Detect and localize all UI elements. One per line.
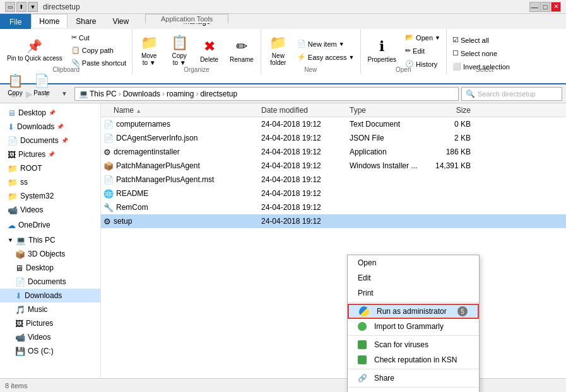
- sidebar-item-videos-pinned[interactable]: 📹 Videos: [0, 203, 100, 217]
- ctx-share[interactable]: 🔗 Share: [348, 371, 479, 386]
- ctx-run-admin[interactable]: Run as administrator 5: [348, 304, 479, 319]
- ctx-edit[interactable]: Edit: [348, 270, 479, 285]
- ctx-grammarly[interactable]: Import to Grammarly: [348, 319, 479, 334]
- file-row-patchmgr[interactable]: 📦 PatchManagerPlusAgent 24-04-2018 19:12…: [101, 159, 566, 173]
- ctx-scan[interactable]: Scan for viruses: [348, 337, 479, 352]
- tab-file[interactable]: File: [0, 14, 31, 29]
- copy-path-icon: 📋: [71, 46, 80, 54]
- ctx-reputation[interactable]: Check reputation in KSN: [348, 352, 479, 367]
- paste-icon: 📄: [34, 73, 50, 88]
- sidebar-item-pictures-pinned[interactable]: 🖼 Pictures 📌: [0, 147, 100, 161]
- ctx-give-access[interactable]: Give access to ▶: [348, 389, 479, 392]
- maximize-button[interactable]: □: [540, 2, 550, 12]
- file-icon-setup: ⚙: [103, 217, 111, 226]
- select-all-button[interactable]: ☑ Select all: [449, 34, 520, 46]
- pin-to-quick-access-button[interactable]: 📌 Pin to Quick access: [3, 35, 67, 66]
- file-row-dcagent[interactable]: 📄 DCAgentServerInfo.json 24-04-2018 19:1…: [101, 131, 566, 145]
- sidebar-item-system32[interactable]: 📁 System32: [0, 189, 100, 203]
- file-icon-readme: 🌐: [103, 189, 114, 199]
- sidebar-item-downloads-pinned[interactable]: ⬇ Downloads 📌: [0, 120, 100, 134]
- rename-icon: ✏: [236, 38, 247, 55]
- path-roaming[interactable]: roaming: [167, 89, 194, 98]
- paste-button[interactable]: 📄 Paste: [29, 70, 54, 100]
- file-row-dcremagent[interactable]: ⚙ dcremagentinstaller 24-04-2018 19:12 A…: [101, 145, 566, 159]
- file-row-readme[interactable]: 🌐 README 24-04-2018 19:12: [101, 187, 566, 200]
- sidebar-item-3dobjects[interactable]: 📦 3D Objects: [0, 247, 100, 261]
- sidebar-item-osc[interactable]: 💾 OS (C:): [0, 344, 100, 358]
- tab-home[interactable]: Home: [31, 14, 68, 28]
- rename-button[interactable]: ✏ Rename: [225, 35, 258, 66]
- sidebar-item-desktop[interactable]: 🖥 Desktop 📌: [0, 106, 100, 120]
- select-label: Select: [447, 66, 522, 73]
- sidebar-item-ss[interactable]: 📁 ss: [0, 175, 100, 189]
- open-button[interactable]: 📂 Open ▼: [402, 32, 444, 43]
- minimize-button[interactable]: —: [529, 2, 539, 12]
- sidebar-item-videos-thispc[interactable]: 📹 Videos: [0, 330, 100, 344]
- title-icon-3[interactable]: ▼: [28, 2, 38, 12]
- videos-icon-pinned: 📹: [8, 205, 18, 215]
- easy-access-button[interactable]: ⚡ Easy access ▼: [294, 51, 358, 63]
- tab-share[interactable]: Share: [68, 14, 104, 28]
- videos-thispc-icon: 📹: [15, 333, 25, 342]
- sidebar-item-pictures-thispc[interactable]: 🖼 Pictures: [0, 316, 100, 330]
- 3dobjects-icon: 📦: [15, 250, 25, 259]
- delete-button[interactable]: ✖ Delete: [196, 35, 223, 66]
- sidebar-item-onedrive[interactable]: ☁ OneDrive: [0, 218, 100, 232]
- col-size[interactable]: Size: [423, 106, 473, 115]
- context-menu: Open Edit Print Run as administrator 5 I…: [347, 255, 480, 392]
- sidebar-item-documents-pinned[interactable]: 📄 Documents 📌: [0, 134, 100, 147]
- select-none-icon: ☐: [452, 49, 459, 57]
- file-row-computernames[interactable]: 📄 computernames 24-04-2018 19:12 Text Do…: [101, 117, 566, 131]
- search-input[interactable]: 🔍 Search directsetup: [461, 87, 562, 101]
- copy-to-button[interactable]: 📋 Copyto ▼: [165, 32, 193, 69]
- move-to-button[interactable]: 📁 Moveto ▼: [135, 32, 163, 69]
- title-icon-1[interactable]: ▭: [5, 2, 15, 12]
- app-tools-label: Application Tools: [145, 14, 228, 23]
- cut-icon: ✂: [71, 33, 77, 42]
- ctx-open[interactable]: Open: [348, 255, 479, 270]
- sidebar-item-desktop-thispc[interactable]: 🖥 Desktop: [0, 261, 100, 275]
- select-none-button[interactable]: ☐ Select none: [449, 47, 520, 59]
- ctx-edit-label: Edit: [358, 274, 371, 282]
- col-name[interactable]: Name ▲: [101, 106, 259, 115]
- sidebar-item-downloads-thispc[interactable]: ⬇ Downloads: [0, 289, 100, 303]
- col-date[interactable]: Date modified: [259, 106, 347, 115]
- sidebar-item-thispc[interactable]: ▼ 💻 This PC: [0, 233, 100, 247]
- file-icon-computernames: 📄: [103, 120, 114, 129]
- path-directsetup[interactable]: directsetup: [200, 89, 237, 98]
- file-row-remcom[interactable]: 🔧 RemCom 24-04-2018 19:12: [101, 200, 566, 214]
- pin-icon-downloads: 📌: [57, 124, 64, 130]
- ctx-print[interactable]: Print: [348, 285, 479, 301]
- copy-button[interactable]: 📋 Copy: [3, 70, 28, 100]
- edit-button[interactable]: ✏ Edit: [402, 45, 444, 57]
- new-folder-button[interactable]: 📁 Newfolder: [264, 32, 293, 69]
- tab-view[interactable]: View: [104, 14, 137, 28]
- easy-access-icon: ⚡: [297, 53, 306, 61]
- sidebar-item-documents-thispc[interactable]: 📄 Documents: [0, 275, 100, 289]
- new-item-icon: 📄: [297, 40, 306, 48]
- sidebar-item-root[interactable]: 📁 ROOT: [0, 161, 100, 175]
- path-sep-2: ›: [162, 89, 165, 98]
- col-type[interactable]: Type: [347, 106, 423, 115]
- shield-icon: [359, 306, 369, 316]
- select-all-icon: ☑: [452, 36, 459, 44]
- ctx-grammarly-label: Import to Grammarly: [374, 322, 444, 331]
- cut-button[interactable]: ✂ Cut: [68, 32, 129, 43]
- file-row-patchmgrmst[interactable]: 📄 PatchManagerPlusAgent.mst 24-04-2018 1…: [101, 173, 566, 187]
- new-item-button[interactable]: 📄 New item ▼: [294, 38, 358, 50]
- sidebar-item-music[interactable]: 🎵 Music: [0, 303, 100, 316]
- osc-icon: 💾: [15, 347, 25, 356]
- organize-label: Organize: [133, 66, 261, 73]
- address-path[interactable]: 💻 This PC › Downloads › roaming › direct…: [74, 87, 459, 101]
- file-row-setup[interactable]: ⚙ setup 24-04-2018 19:12: [101, 214, 566, 228]
- close-button[interactable]: ✕: [551, 2, 561, 12]
- file-icon-patchmgr: 📦: [103, 161, 114, 171]
- ctx-run-admin-label: Run as administrator: [377, 307, 451, 316]
- copy-icon: 📋: [8, 73, 23, 88]
- thispc-icon: 💻: [16, 236, 26, 245]
- properties-button[interactable]: ℹ Properties: [363, 35, 401, 66]
- copy-path-button[interactable]: 📋 Copy path: [68, 44, 129, 56]
- status-items: 8 items: [5, 382, 27, 389]
- ctx-share-label: Share: [374, 374, 394, 383]
- title-icon-2[interactable]: ⬆: [16, 2, 27, 12]
